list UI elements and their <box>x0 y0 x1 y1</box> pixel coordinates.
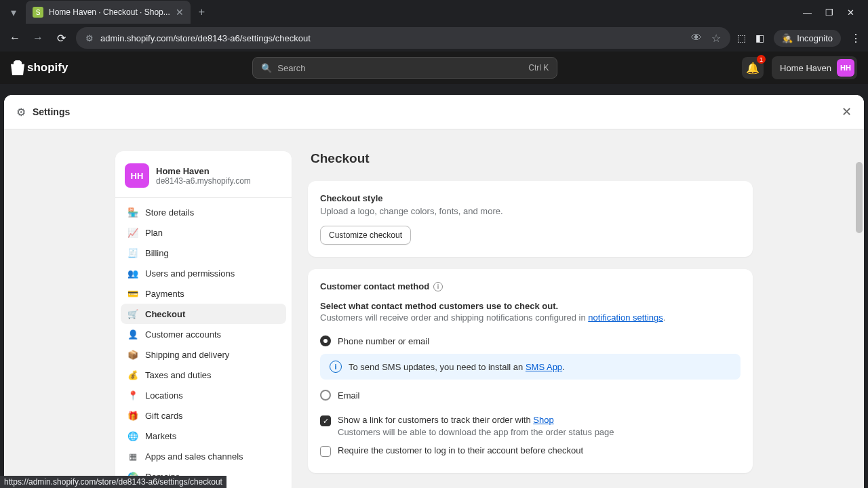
status-bar: https://admin.shopify.com/store/de8143-a… <box>0 476 226 488</box>
nav-bar: ← → ⟳ ⚙ admin.shopify.com/store/de8143-a… <box>0 24 868 52</box>
store-domain: de8143-a6.myshopify.com <box>156 176 251 186</box>
radio-email-only[interactable]: Email <box>320 386 741 404</box>
shopify-favicon: S <box>33 7 43 18</box>
new-tab-button[interactable]: + <box>199 6 205 18</box>
page-title: Checkout <box>308 151 753 166</box>
notifications-button[interactable]: 🔔 1 <box>742 57 764 79</box>
contact-section-title: Customer contact method i <box>320 281 741 291</box>
shop-link[interactable]: Shop <box>533 415 553 425</box>
logo-text: shopify <box>27 61 68 75</box>
settings-nav-list: 🏪Store details 📈Plan 🧾Billing 👥Users and… <box>115 197 292 487</box>
store-info[interactable]: HH Home Haven de8143-a6.myshopify.com <box>115 159 292 197</box>
main-content: Checkout Checkout style Upload a logo, c… <box>308 151 753 488</box>
browser-tab[interactable]: S Home Haven · Checkout · Shop... ✕ <box>26 1 191 24</box>
plan-icon: 📈 <box>127 227 138 238</box>
gear-icon: ⚙ <box>16 106 26 119</box>
incognito-label: Incognito <box>797 33 833 43</box>
bookmark-star-icon[interactable]: ☆ <box>711 32 721 45</box>
nav-store-details[interactable]: 🏪Store details <box>121 202 286 222</box>
incognito-icon: 🕵 <box>782 33 793 43</box>
sms-app-link[interactable]: SMS App <box>526 362 562 372</box>
settings-header: ⚙ Settings ✕ <box>4 95 864 129</box>
checkbox-shop-subtext: Customers will be able to download the a… <box>338 427 614 437</box>
radio-input-checked[interactable] <box>320 336 331 346</box>
nav-billing[interactable]: 🧾Billing <box>121 243 286 263</box>
browser-chrome: ▾ S Home Haven · Checkout · Shop... ✕ + … <box>0 0 868 52</box>
extensions-icon[interactable]: ⬚ <box>737 33 746 43</box>
customize-checkout-button[interactable]: Customize checkout <box>320 226 411 245</box>
tab-title: Home Haven · Checkout · Shop... <box>49 7 170 17</box>
style-card-title: Checkout style <box>320 193 741 203</box>
forward-button[interactable]: → <box>30 32 46 44</box>
globe-icon: 🌐 <box>127 430 138 441</box>
nav-checkout[interactable]: 🛒Checkout <box>121 304 286 324</box>
notification-settings-link[interactable]: notification settings <box>588 312 663 323</box>
nav-payments[interactable]: 💳Payments <box>121 283 286 304</box>
menu-dots-icon[interactable]: ⋮ <box>850 32 861 45</box>
incognito-badge[interactable]: 🕵 Incognito <box>774 30 841 47</box>
store-icon: 🏪 <box>127 207 138 218</box>
sms-alert: i To send SMS updates, you need to insta… <box>320 354 741 380</box>
scrollbar-thumb[interactable] <box>856 162 863 233</box>
contact-help-text: Customers will receive order and shippin… <box>320 312 741 323</box>
apps-icon: ▦ <box>127 451 138 462</box>
radio-input[interactable] <box>320 390 331 401</box>
nav-taxes[interactable]: 💰Taxes and duties <box>121 365 286 385</box>
style-card-subtitle: Upload a logo, change colors, fonts, and… <box>320 206 741 216</box>
close-settings-icon[interactable]: ✕ <box>842 104 852 119</box>
app-header: shopify 🔍 Search Ctrl K 🔔 1 Home Haven H… <box>0 52 868 84</box>
shipping-icon: 📦 <box>127 349 138 360</box>
nav-customer-accounts[interactable]: 👤Customer accounts <box>121 324 286 344</box>
avatar: HH <box>837 59 854 77</box>
nav-markets[interactable]: 🌐Markets <box>121 426 286 446</box>
shopify-logo[interactable]: shopify <box>11 60 68 75</box>
bell-icon: 🔔 <box>746 62 760 75</box>
side-panel-icon[interactable]: ◧ <box>755 33 764 43</box>
settings-body: HH Home Haven de8143-a6.myshopify.com 🏪S… <box>4 129 864 488</box>
url-text: admin.shopify.com/store/de8143-a6/settin… <box>100 33 684 43</box>
settings-title: Settings <box>33 106 70 117</box>
site-settings-icon[interactable]: ⚙ <box>85 33 94 43</box>
minimize-icon[interactable]: ― <box>803 7 812 18</box>
checkbox-checked[interactable]: ✓ <box>320 415 331 426</box>
back-button[interactable]: ← <box>7 32 23 44</box>
notification-badge: 1 <box>757 55 766 64</box>
taxes-icon: 💰 <box>127 369 138 380</box>
search-bar[interactable]: 🔍 Search Ctrl K <box>252 57 557 79</box>
checkbox-unchecked[interactable] <box>320 446 331 457</box>
store-avatar: HH <box>125 163 149 188</box>
radio-phone-or-email[interactable]: Phone number or email <box>320 332 741 350</box>
nav-apps[interactable]: ▦Apps and sales channels <box>121 446 286 466</box>
tab-bar: ▾ S Home Haven · Checkout · Shop... ✕ + … <box>0 0 868 24</box>
eye-off-icon[interactable]: 👁 <box>691 32 702 44</box>
nav-plan[interactable]: 📈Plan <box>121 222 286 243</box>
search-placeholder: Search <box>277 63 305 73</box>
close-window-icon[interactable]: ✕ <box>847 7 854 18</box>
settings-modal: ⚙ Settings ✕ HH Home Haven de8143-a6.mys… <box>4 95 864 488</box>
url-bar[interactable]: ⚙ admin.shopify.com/store/de8143-a6/sett… <box>76 27 730 49</box>
cart-icon: 🛒 <box>127 308 138 319</box>
nav-users[interactable]: 👥Users and permissions <box>121 263 286 283</box>
nav-shipping[interactable]: 📦Shipping and delivery <box>121 344 286 365</box>
reload-button[interactable]: ⟳ <box>53 32 69 45</box>
users-icon: 👥 <box>127 268 138 279</box>
payments-icon: 💳 <box>127 288 138 299</box>
tab-search-dropdown[interactable]: ▾ <box>5 4 22 20</box>
checkbox-require-login: Require the customer to log in to their … <box>320 441 741 461</box>
contact-method-card: Customer contact method i Select what co… <box>308 269 753 473</box>
billing-icon: 🧾 <box>127 247 138 258</box>
info-icon[interactable]: i <box>433 282 443 291</box>
nav-gift-cards[interactable]: 🎁Gift cards <box>121 405 286 426</box>
search-shortcut: Ctrl K <box>528 63 549 73</box>
contact-help-bold: Select what contact method customers use… <box>320 301 741 311</box>
nav-locations[interactable]: 📍Locations <box>121 385 286 405</box>
settings-sidebar: HH Home Haven de8143-a6.myshopify.com 🏪S… <box>115 151 292 488</box>
close-tab-icon[interactable]: ✕ <box>176 7 184 18</box>
shopify-bag-icon <box>11 60 24 75</box>
store-name: Home Haven <box>156 166 251 176</box>
location-icon: 📍 <box>127 390 138 401</box>
account-icon: 👤 <box>127 329 138 340</box>
maximize-icon[interactable]: ❐ <box>825 7 833 18</box>
store-menu-button[interactable]: Home Haven HH <box>772 56 857 79</box>
window-controls: ― ❐ ✕ <box>803 7 863 18</box>
